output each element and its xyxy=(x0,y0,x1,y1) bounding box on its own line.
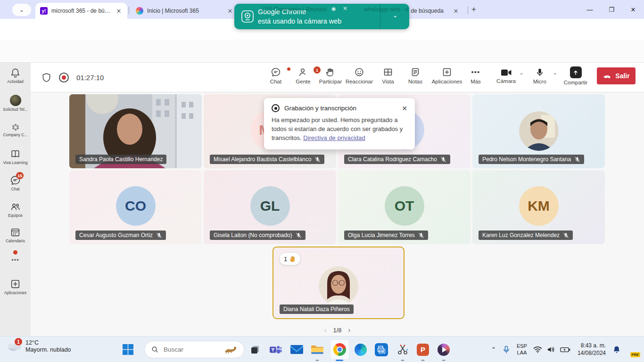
chat-button[interactable]: Chat xyxy=(262,66,289,84)
tab-close-icon[interactable]: ✕ xyxy=(343,5,347,12)
taskbar-snipping-button[interactable] xyxy=(395,337,411,362)
close-button[interactable]: ✕ xyxy=(622,6,644,13)
participant-tile-pedro[interactable]: Pedro Nelson Montenegro Santana xyxy=(472,94,605,168)
taskbar-search-box[interactable] xyxy=(144,341,244,358)
tab-search-button[interactable]: ⌄ xyxy=(12,4,31,16)
window-controls: — ❐ ✕ xyxy=(579,0,644,19)
task-view-icon xyxy=(250,345,260,355)
taskbar-weather-widget[interactable]: 1 12°C Mayorm. nublado xyxy=(7,339,71,353)
maximize-button[interactable]: ❐ xyxy=(601,6,622,13)
tab-close-icon[interactable]: ✕ xyxy=(115,8,123,15)
search-icon xyxy=(151,346,158,353)
bell-icon xyxy=(0,67,31,78)
apps-button[interactable]: Aplicaciones xyxy=(429,66,465,84)
mic-icon xyxy=(535,68,545,77)
tray-overflow-chevron-icon[interactable]: ⌃ xyxy=(487,346,500,353)
taskbar-edge-button[interactable] xyxy=(353,337,369,362)
participant-tile-karen[interactable]: KM Karen Luz Gonzalez Melendez xyxy=(472,170,605,244)
taskbar-explorer-button[interactable] xyxy=(309,337,325,362)
more-button[interactable]: ••• Más xyxy=(465,66,487,84)
sidebar-item-chat[interactable]: 15 Chat xyxy=(0,175,31,191)
raised-hand-badge: 1 xyxy=(279,252,301,265)
share-button[interactable]: Compartir xyxy=(561,66,590,85)
battery-charging-icon[interactable] xyxy=(560,347,570,353)
meeting-toolbar: 01:27:10 Chat 1 Gente Participar xyxy=(31,63,644,92)
share-icon xyxy=(570,66,582,78)
recording-indicator-icon xyxy=(59,73,69,82)
copilot-icon[interactable]: PRE xyxy=(625,343,637,356)
pager-label: 1/8 xyxy=(333,327,341,334)
camera-button[interactable]: Cámara xyxy=(494,68,519,84)
start-button[interactable] xyxy=(120,337,136,362)
video-grid: Sandra Paola Castillo Hernandez MB Misae… xyxy=(31,92,644,336)
people-button[interactable]: 1 Gente xyxy=(289,66,317,84)
powerpoint-icon: P xyxy=(417,344,429,356)
camera-options-chevron-icon[interactable]: ⌄ xyxy=(520,70,524,76)
weather-condition: Mayorm. nublado xyxy=(25,346,71,353)
sidebar-item-aplicaciones[interactable]: Aplicaciones xyxy=(0,279,31,295)
yahoo-favicon: y! xyxy=(40,7,48,15)
folder-icon xyxy=(311,345,324,355)
tab-separator xyxy=(468,7,468,14)
mic-in-use-icon[interactable] xyxy=(503,346,510,354)
mail-icon xyxy=(290,345,303,354)
participant-name-label: Misael Alejandro Bautista Castelblanco xyxy=(210,155,324,164)
sidebar-item-actividad[interactable]: Actividad xyxy=(0,67,31,84)
chat-bubble-icon: 15 xyxy=(0,175,31,186)
toast-close-icon[interactable]: ✕ xyxy=(402,105,407,112)
language-indicator[interactable]: ESP LAA xyxy=(517,343,527,356)
sidebar-item-equipos[interactable]: Equipos xyxy=(0,201,31,218)
tab-close-icon[interactable]: ✕ xyxy=(452,8,460,15)
toast-title: Grabación y transcripción xyxy=(284,105,397,112)
notes-button[interactable]: Notas xyxy=(402,66,429,84)
webcam-icon xyxy=(241,10,254,23)
wifi-icon[interactable] xyxy=(533,346,542,353)
running-indicator xyxy=(442,360,446,361)
sidebar-item-more[interactable]: ••• xyxy=(0,250,31,263)
tab-microsoft365-search[interactable]: y! microsoft 365 - de búsqueda ✕ xyxy=(35,3,127,19)
mic-options-chevron-icon[interactable]: ⌄ xyxy=(553,70,557,76)
solicitud-app-icon xyxy=(0,95,31,106)
taskbar-media-player-button[interactable] xyxy=(436,337,452,362)
volume-icon[interactable] xyxy=(547,346,555,353)
taskbar-mail-button[interactable] xyxy=(289,337,305,362)
raised-hand-icon xyxy=(289,255,296,263)
tab-separator xyxy=(129,7,129,14)
pager-prev-icon[interactable]: ‹ xyxy=(324,326,327,334)
pager-next-icon[interactable]: › xyxy=(348,326,351,334)
avatar-photo xyxy=(519,111,559,151)
running-indicator xyxy=(316,360,319,361)
participant-tile-diana[interactable]: 1 Diana Natali Daza Piñeros xyxy=(272,247,405,319)
taskbar-clock[interactable]: 8:43 a. m. 14/08/2024 xyxy=(578,342,606,357)
task-view-button[interactable] xyxy=(247,337,263,362)
taskbar-search-input[interactable] xyxy=(163,346,221,354)
hand-icon xyxy=(325,67,336,77)
participant-tile-sandra[interactable]: Sandra Paola Castillo Hernandez xyxy=(69,94,202,168)
tab-m365-home[interactable]: Inicio | Microsoft 365 ✕ xyxy=(131,3,239,19)
sidebar-item-solicitud[interactable]: Solicitud Tel... xyxy=(0,95,31,112)
participant-tile-olga[interactable]: OT Olga Lucia Jimenez Torres xyxy=(338,170,471,244)
privacy-policy-link[interactable]: Directiva de privacidad xyxy=(303,134,365,141)
sidebar-item-viva-learning[interactable]: Viva Learning xyxy=(0,148,31,165)
participant-name-label: Olga Lucia Jimenez Torres xyxy=(344,230,428,240)
taskbar-teams-button[interactable] xyxy=(268,337,284,362)
taskbar-powerpoint-button[interactable]: P xyxy=(415,337,431,362)
react-button[interactable]: Reaccionar xyxy=(344,66,374,84)
hidden-tab-title: (15) Calendario | Reunión xyxy=(262,6,329,13)
taskbar-chrome-button[interactable] xyxy=(331,337,347,362)
view-button[interactable]: Vista xyxy=(374,66,402,84)
sidebar-item-calendario[interactable]: Calendario xyxy=(0,227,31,243)
mic-button[interactable]: Micro xyxy=(528,68,552,84)
participant-tile-cesar[interactable]: CO Cesar Augusto Guzman Ortiz xyxy=(69,170,202,244)
avatar-photo xyxy=(319,266,358,306)
notifications-bell-icon[interactable] xyxy=(612,346,621,354)
raise-hand-button[interactable]: Participar xyxy=(317,66,344,84)
meeting-timer: 01:27:10 xyxy=(76,74,104,82)
tab-close-icon[interactable]: ✕ xyxy=(226,8,234,15)
participant-tile-gisela[interactable]: GL Gisela Laiton (No comprobado) xyxy=(204,170,336,244)
minimize-button[interactable]: — xyxy=(579,6,601,13)
taskbar-fax-button[interactable] xyxy=(373,337,389,362)
sidebar-item-company[interactable]: Company C... xyxy=(0,123,31,137)
new-tab-button[interactable]: + xyxy=(471,5,476,14)
leave-button[interactable]: Salir xyxy=(597,67,636,84)
